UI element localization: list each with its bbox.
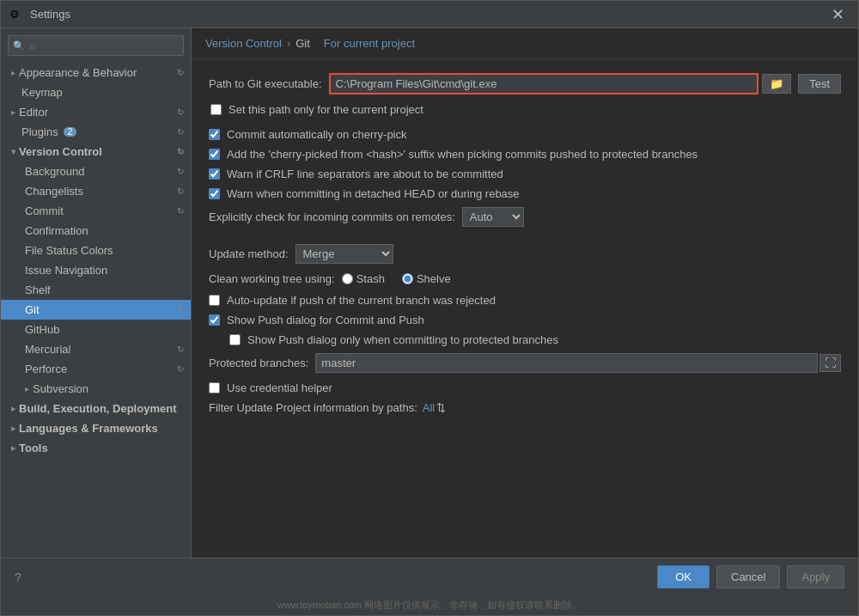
title-bar: ⚙ Settings ✕ [1, 1, 858, 28]
warn-crlf-checkbox[interactable] [209, 168, 220, 180]
sidebar-item-mercurial[interactable]: Mercurial ↻ [1, 339, 191, 359]
sidebar-item-confirmation[interactable]: Confirmation [1, 221, 191, 241]
warn-detached-checkbox[interactable] [209, 188, 220, 199]
git-path-input[interactable] [329, 73, 759, 95]
cancel-button[interactable]: Cancel [716, 565, 780, 589]
arrow-icon: ▸ [11, 404, 15, 413]
sidebar-item-changelists[interactable]: Changelists ↻ [1, 181, 191, 201]
git-path-row: Path to Git executable: 📁 Test [209, 73, 841, 95]
sidebar-item-label: Version Control [19, 145, 102, 158]
protected-expand-button[interactable]: ⛶ [819, 354, 841, 372]
watermark: www.toymoban.com 网络图片仅供展示，非存储，如有侵权请联系删除。 [1, 595, 858, 615]
sidebar-item-label: Languages & Frameworks [19, 422, 158, 435]
app-icon: ⚙ [9, 8, 23, 21]
sidebar-item-keymap[interactable]: Keymap [1, 82, 191, 102]
sidebar-item-file-status-colors[interactable]: File Status Colors [1, 241, 191, 260]
ok-button[interactable]: OK [657, 565, 710, 589]
show-push-protected-row: Show Push dialog only when committing to… [209, 333, 841, 346]
shelve-option: Shelve [402, 272, 458, 285]
breadcrumb-git: Git [295, 37, 310, 50]
sync-icon: ↻ [177, 127, 184, 137]
test-button[interactable]: Test [798, 74, 841, 94]
sync-icon: ↻ [177, 107, 184, 117]
clean-working-tree-row: Clean working tree using: Stash Shelve [209, 272, 841, 285]
search-input[interactable] [8, 35, 184, 56]
sidebar-item-label: Issue Navigation [25, 264, 107, 277]
sidebar-item-issue-navigation[interactable]: Issue Navigation [1, 260, 191, 280]
warn-detached-row: Warn when committing in detached HEAD or… [209, 187, 841, 200]
set-path-row: Set this path only for the current proje… [209, 103, 841, 116]
arrow-icon: ▸ [25, 384, 29, 393]
stash-radio[interactable] [342, 273, 353, 284]
use-credential-label: Use credential helper [227, 381, 332, 394]
shelve-label: Shelve [417, 272, 451, 285]
sidebar: 🔍 ▸ Appearance & Behavior ↻ Keymap ▸ Edi… [1, 28, 192, 558]
cherry-pick-label: Add the 'cherry-picked from <hash>' suff… [227, 148, 698, 161]
update-method-row: Update method: Merge Rebase Branch defau… [209, 244, 841, 264]
sidebar-item-label: Plugins [21, 125, 58, 138]
footer-buttons: OK Cancel Apply [657, 565, 844, 589]
sidebar-item-version-control[interactable]: ▾ Version Control ↻ [1, 142, 191, 162]
breadcrumb-separator: › [287, 37, 290, 50]
shelve-radio[interactable] [402, 273, 413, 284]
update-method-label: Update method: [209, 247, 289, 260]
show-push-row: Show Push dialog for Commit and Push [209, 314, 841, 326]
sidebar-item-github[interactable]: GitHub [1, 320, 191, 339]
apply-button[interactable]: Apply [787, 565, 844, 589]
sidebar-item-background[interactable]: Background ↻ [1, 162, 191, 181]
sidebar-item-languages-frameworks[interactable]: ▸ Languages & Frameworks [1, 418, 191, 438]
sidebar-item-label: Appearance & Behavior [19, 66, 137, 79]
sync-icon: ↻ [177, 364, 184, 374]
sidebar-item-tools[interactable]: ▸ Tools [1, 438, 191, 458]
show-push-checkbox[interactable] [209, 314, 220, 326]
auto-update-checkbox[interactable] [209, 295, 220, 306]
close-button[interactable]: ✕ [826, 5, 850, 24]
sync-icon: ↻ [177, 345, 184, 354]
set-path-checkbox[interactable] [210, 104, 222, 115]
sidebar-item-git[interactable]: Git ↻ [1, 300, 191, 320]
for-current-project[interactable]: For current project [324, 37, 415, 50]
arrow-icon: ▸ [11, 68, 15, 77]
protected-input[interactable] [315, 353, 818, 373]
auto-commit-row: Commit automatically on cherry-pick [209, 128, 841, 141]
clean-label: Clean working tree using: [209, 272, 335, 285]
update-method-select[interactable]: Merge Rebase Branch default [295, 244, 393, 264]
protected-branches-row: Protected branches: ⛶ [209, 353, 841, 373]
cherry-pick-row: Add the 'cherry-picked from <hash>' suff… [209, 148, 841, 161]
arrow-icon: ▸ [11, 424, 15, 433]
sidebar-item-editor[interactable]: ▸ Editor ↻ [1, 102, 191, 122]
plugins-badge: 2 [64, 127, 77, 137]
explicitly-select[interactable]: Auto Always Never [462, 207, 524, 227]
sidebar-item-label: Tools [19, 442, 48, 454]
sidebar-item-subversion[interactable]: ▸ Subversion [1, 379, 191, 399]
sidebar-item-label: Subversion [33, 382, 88, 395]
browse-button[interactable]: 📁 [762, 74, 791, 94]
arrow-icon: ▸ [11, 443, 15, 453]
git-path-label: Path to Git executable: [209, 77, 322, 90]
explicitly-row: Explicitly check for incoming commits on… [209, 207, 841, 227]
sidebar-item-appearance-behavior[interactable]: ▸ Appearance & Behavior ↻ [1, 63, 191, 82]
warn-crlf-label: Warn if CRLF line separators are about t… [227, 168, 503, 180]
settings-dialog: ⚙ Settings ✕ 🔍 ▸ Appearance & Behavior ↻… [0, 0, 859, 616]
auto-commit-label: Commit automatically on cherry-pick [227, 128, 407, 141]
sidebar-item-label: Git [25, 303, 40, 316]
filter-value-link[interactable]: All [423, 401, 435, 414]
sidebar-item-label: Confirmation [25, 224, 88, 237]
sidebar-item-label: Keymap [21, 86, 63, 99]
sidebar-item-build-execution[interactable]: ▸ Build, Execution, Deployment [1, 399, 191, 418]
breadcrumb-version-control[interactable]: Version Control [205, 37, 282, 50]
use-credential-checkbox[interactable] [209, 382, 220, 393]
sidebar-item-plugins[interactable]: Plugins 2 ↻ [1, 122, 191, 142]
sidebar-item-perforce[interactable]: Perforce ↻ [1, 359, 191, 379]
help-button[interactable]: ? [15, 570, 21, 584]
sync-icon: ↻ [177, 305, 184, 314]
warn-detached-label: Warn when committing in detached HEAD or… [227, 187, 520, 200]
show-push-protected-checkbox[interactable] [229, 334, 241, 345]
sidebar-item-shelf[interactable]: Shelf [1, 280, 191, 300]
auto-commit-checkbox[interactable] [209, 129, 220, 140]
stash-label: Stash [356, 272, 385, 285]
filter-row: Filter Update Project information by pat… [209, 401, 841, 414]
sidebar-item-label: File Status Colors [25, 244, 113, 257]
sidebar-item-commit[interactable]: Commit ↻ [1, 201, 191, 221]
cherry-pick-checkbox[interactable] [209, 149, 220, 160]
